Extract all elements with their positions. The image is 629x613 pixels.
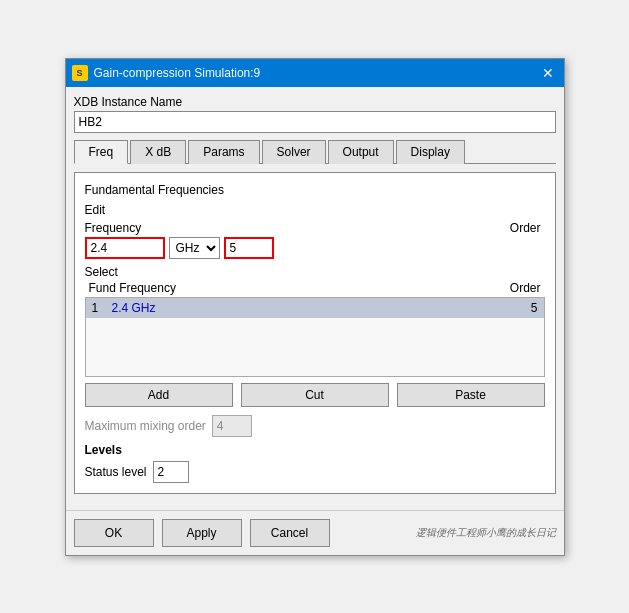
status-label: Status level [85,465,147,479]
freq-unit-select[interactable]: GHz MHz KHz Hz [169,237,220,259]
tab-xdb[interactable]: X dB [130,140,186,164]
paste-button[interactable]: Paste [397,383,545,407]
main-window: S Gain-compression Simulation:9 ✕ XDB In… [65,58,565,556]
tab-params[interactable]: Params [188,140,259,164]
edit-label: Edit [85,203,545,217]
row-freq: 2.4 GHz [112,301,508,315]
freq-edit-row: GHz MHz KHz Hz [85,237,545,259]
row-order: 5 [508,301,538,315]
panel-title: Fundamental Frequencies [85,183,545,197]
add-button[interactable]: Add [85,383,233,407]
frequency-input[interactable] [85,237,165,259]
watermark: 逻辑便件工程师小鹰的成长日记 [416,526,556,540]
frequency-col-label: Frequency [85,221,142,235]
mixing-order-row: Maximum mixing order [85,415,545,437]
freq-panel: Fundamental Frequencies Edit Frequency O… [74,172,556,494]
cancel-button[interactable]: Cancel [250,519,330,547]
order-col-label: Order [510,221,541,235]
tabs-bar: Freq X dB Params Solver Output Display [74,139,556,164]
title-bar: S Gain-compression Simulation:9 ✕ [66,59,564,87]
table-row[interactable]: 1 2.4 GHz 5 [86,298,544,318]
fund-freq-header: Fund Frequency [89,281,176,295]
mixing-label: Maximum mixing order [85,419,206,433]
order-header: Order [510,281,541,295]
tab-output[interactable]: Output [328,140,394,164]
instance-name-input[interactable] [74,111,556,133]
row-index: 1 [92,301,112,315]
instance-name-label: XDB Instance Name [74,95,556,109]
close-button[interactable]: ✕ [538,63,558,83]
table-header: Fund Frequency Order [85,281,545,295]
mixing-input[interactable] [212,415,252,437]
tab-solver[interactable]: Solver [262,140,326,164]
window-title: Gain-compression Simulation:9 [94,66,538,80]
window-body: XDB Instance Name Freq X dB Params Solve… [66,87,564,510]
order-input[interactable] [224,237,274,259]
window-icon: S [72,65,88,81]
select-label: Select [85,265,545,279]
ok-button[interactable]: OK [74,519,154,547]
tab-freq[interactable]: Freq [74,140,129,164]
levels-title: Levels [85,443,545,457]
status-input[interactable] [153,461,189,483]
freq-table: 1 2.4 GHz 5 [85,297,545,377]
freq-col-headers: Frequency Order [85,221,545,235]
cut-button[interactable]: Cut [241,383,389,407]
status-row: Status level [85,461,545,483]
apply-button[interactable]: Apply [162,519,242,547]
action-buttons: Add Cut Paste [85,383,545,407]
bottom-buttons: OK Apply Cancel 逻辑便件工程师小鹰的成长日记 [66,510,564,555]
tab-display[interactable]: Display [396,140,465,164]
